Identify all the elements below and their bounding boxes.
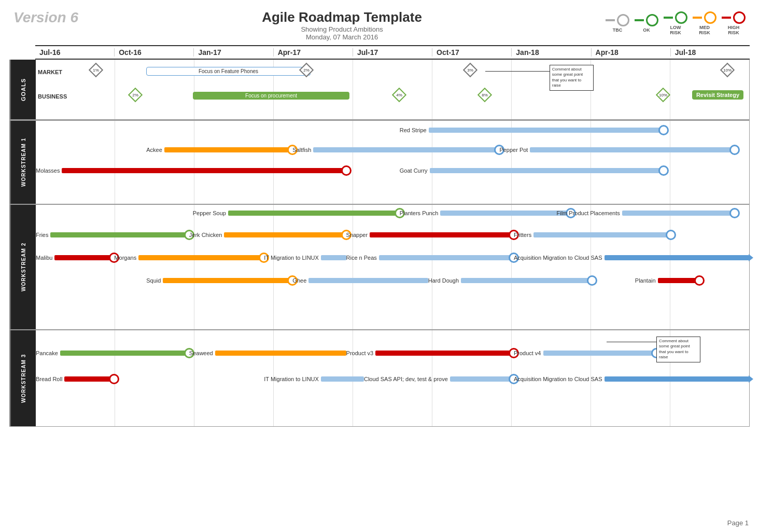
ws2-plantain: Plantain	[635, 277, 699, 284]
market-diamond-10: 10%	[722, 65, 733, 75]
month-apr17: Apr-17	[273, 48, 353, 57]
market-comment: Comment about some great point that you …	[550, 65, 594, 91]
month-jul16: Jul-16	[35, 48, 114, 57]
ws3-content: Comment about some great point that you …	[36, 330, 749, 426]
goals-content: MARKET BUSINESS 1% Focus on Feature Phon…	[36, 60, 749, 119]
focus-procurement-bar[interactable]: Focus on procurement	[193, 92, 350, 100]
biz-diamond-4: 4%	[394, 90, 404, 100]
workstreams-grid: WORKSTREAM 1 Red Stripe	[9, 121, 750, 427]
workstreams-content: WORKSTREAM 1 Red Stripe	[10, 121, 749, 426]
ws2-hard-dough: Hard Dough	[428, 277, 592, 284]
ws2-it-migration: IT Migration to LINUX	[264, 255, 346, 261]
ws2-ghee: Ghee	[292, 277, 428, 284]
page: Version 6 Agile Roadmap Template Showing…	[0, 0, 759, 532]
ws1-molasses: Molasses	[36, 167, 346, 174]
legend-med-risk: MEDRISK	[693, 11, 716, 35]
business-label: BUSINESS	[38, 93, 67, 100]
ws2-row: WORKSTREAM 2 Pepper Soup	[10, 205, 749, 330]
month-jan17: Jan-17	[193, 48, 273, 57]
comment-line-market	[485, 71, 550, 72]
ws2-jerk-chicken: Jerk Chicken	[189, 232, 346, 238]
market-diamond-1: 1%	[91, 65, 101, 75]
ws2-snapper: Snapper	[346, 232, 514, 238]
month-jan18: Jan-18	[511, 48, 591, 57]
market-diamond-2: 2%	[301, 65, 312, 75]
ws1-row: WORKSTREAM 1 Red Stripe	[10, 121, 749, 205]
biz-diamond-2: 2%	[130, 90, 140, 100]
title-block: Agile Roadmap Template Showing Product A…	[78, 9, 606, 41]
ws1-saltfish: Saltfish	[292, 147, 499, 153]
month-jul18: Jul-18	[670, 48, 750, 57]
subtitle: Showing Product Ambitions	[78, 25, 606, 33]
goals-label: GOALS	[10, 60, 36, 119]
page-title: Agile Roadmap Template	[78, 9, 606, 25]
ws2-squid: Squid	[146, 277, 292, 284]
ws2-rice-peas: Rice n Peas	[346, 255, 514, 261]
focus-feature-phones-bar[interactable]: Focus on Feature Phones	[146, 67, 310, 76]
ws3-it-migration: IT Migration to LINUX	[264, 376, 364, 382]
ws3-cloud-sas-api: Cloud SAS API; dev, test & prove	[364, 376, 514, 382]
ws2-fritters: Fritters	[514, 232, 671, 238]
ws3-bread-roll: Bread Roll	[36, 376, 114, 382]
legend: TBC OK LOWRISK	[606, 9, 746, 35]
ws2-pepper-soup: Pepper Soup	[193, 210, 400, 216]
ws3-row: WORKSTREAM 3 Comment about some great po…	[10, 330, 749, 426]
ws3-acquisition-migration: Acquisition Migration to Cloud SAS	[514, 376, 749, 382]
header: Version 6 Agile Roadmap Template Showing…	[5, 5, 754, 45]
biz-diamond-8: 8%	[480, 90, 490, 100]
revisit-strategy-button[interactable]: Revisit Strategy	[692, 90, 743, 100]
ws1-red-stripe: Red Stripe	[400, 127, 664, 133]
month-apr18: Apr-18	[591, 48, 670, 57]
timeline-header: Jul-16 Oct-16 Jan-17 Apr-17 Jul-17 Oct-1…	[35, 45, 750, 60]
ws2-acquisition-migration: Acquisition Migration to Cloud SAS	[514, 255, 749, 261]
ws3-product-v3: Product v3	[346, 350, 514, 356]
ws3-label: WORKSTREAM 3	[10, 330, 36, 426]
ws2-content: Pepper Soup Planters Punch	[36, 205, 749, 329]
ws2-fries: Fries	[36, 232, 189, 238]
version-label: Version 6	[13, 9, 78, 26]
ws1-label: WORKSTREAM 1	[10, 121, 36, 204]
legend-ok: OK	[635, 14, 658, 33]
ws3-seaweed: Seaweed	[189, 350, 346, 356]
market-diamond-3: 3%	[465, 65, 475, 75]
month-oct17: Oct-17	[432, 48, 511, 57]
market-label: MARKET	[38, 69, 62, 75]
ws1-pepper-pot: Pepper Pot	[499, 147, 735, 153]
ws2-label: WORKSTREAM 2	[10, 205, 36, 329]
legend-tbc: TBC	[606, 14, 629, 33]
legend-low-risk: LOWRISK	[664, 11, 687, 35]
ws2-malibu: Malibu	[36, 255, 114, 261]
date: Monday, 07 March 2016	[78, 33, 606, 41]
ws1-content: Red Stripe Ackee Saltfish	[36, 121, 749, 204]
goals-section: GOALS MARKET BUSINESS 1%	[10, 60, 749, 120]
ws2-morgans: Morgans	[114, 255, 264, 261]
ws1-ackee: Ackee	[146, 147, 292, 153]
ws3-product-v4: Product v4	[514, 350, 656, 356]
month-jul17: Jul-17	[353, 48, 432, 57]
main-grid: GOALS MARKET BUSINESS 1%	[9, 60, 750, 121]
ws3-pancake: Pancake	[36, 350, 189, 356]
ws2-planters-punch: Planters Punch	[400, 210, 571, 216]
ws3-comment-line	[607, 342, 656, 342]
month-oct16: Oct-16	[114, 48, 193, 57]
biz-diamond-10: 10%	[658, 90, 668, 100]
ws1-goat-curry: Goat Curry	[400, 167, 664, 174]
page-number: Page 1	[727, 519, 749, 527]
ws3-comment: Comment about some great point that you …	[656, 337, 700, 362]
ws2-film-product: Film Product Placements	[556, 210, 735, 216]
legend-high-risk: HIGHRISK	[722, 11, 746, 35]
